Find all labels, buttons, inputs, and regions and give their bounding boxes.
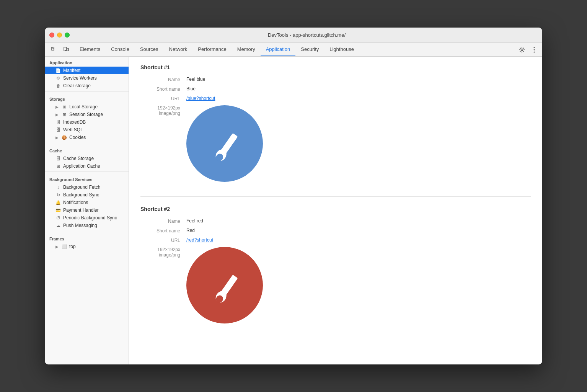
shortcut-1-image-preview [186, 105, 263, 183]
shortcut-2-shortname-row: Short name Red [140, 228, 531, 234]
svg-rect-2 [65, 50, 66, 51]
sidebar-item-application-cache-label: Application Cache [63, 163, 100, 169]
shortcut-2-name-row: Name Feel red [140, 218, 531, 224]
tab-security[interactable]: Security [295, 43, 324, 56]
service-workers-icon: ⚙ [55, 76, 61, 81]
shortcut-1-shortname-row: Short name Blue [140, 86, 531, 92]
shortcut-1-image-size: 192×192px [140, 105, 180, 111]
sidebar-item-push-messaging[interactable]: ☁ Push Messaging [45, 222, 129, 229]
indexeddb-icon: 🗄 [55, 120, 61, 124]
shortcut-2-image-preview [186, 247, 263, 325]
more-options-icon[interactable] [529, 45, 539, 55]
tab-performance[interactable]: Performance [192, 43, 232, 56]
svg-point-7 [534, 51, 535, 52]
shortcut-1-section: Shortcut #1 Name Feel blue Short name Bl… [140, 64, 531, 197]
window-title: DevTools - app-shortcuts.glitch.me/ [76, 32, 538, 38]
settings-icon[interactable] [517, 45, 527, 55]
sidebar-item-application-cache[interactable]: ⊞ Application Cache [45, 162, 129, 170]
sidebar-item-manifest-label: Manifest [63, 68, 80, 73]
expand-cookies-icon: ▶ [55, 136, 59, 140]
shortcut-1-title: Shortcut #1 [140, 64, 531, 70]
tab-list: Elements Console Sources Network Perform… [74, 43, 359, 56]
sidebar-item-service-workers[interactable]: ⚙ Service Workers [45, 74, 129, 82]
sidebar-item-manifest[interactable]: 📄 Manifest [45, 67, 129, 74]
sidebar-item-periodic-background-sync-label: Periodic Background Sync [63, 215, 117, 220]
sidebar-item-periodic-background-sync[interactable]: ⏱ Periodic Background Sync [45, 214, 129, 222]
close-button[interactable] [49, 33, 54, 38]
shortcut-1-shortname-value: Blue [186, 86, 196, 91]
shortcut-2-url-row: URL /red?shortcut [140, 237, 531, 243]
periodic-background-sync-icon: ⏱ [55, 216, 61, 220]
shortcut-2-name-label: Name [140, 218, 186, 224]
tab-console[interactable]: Console [106, 43, 135, 56]
sidebar-item-cache-storage[interactable]: 🗄 Cache Storage [45, 155, 129, 162]
shortcut-2-url-label: URL [140, 237, 186, 243]
shortcut-2-name-value: Feel red [186, 218, 203, 224]
divider-2 [45, 143, 129, 143]
session-storage-icon: ⊞ [62, 112, 67, 117]
manifest-icon: 📄 [55, 68, 61, 73]
sidebar-item-session-storage-label: Session Storage [69, 112, 103, 117]
shortcut-1-name-value: Feel blue [186, 77, 205, 82]
tab-network[interactable]: Network [164, 43, 193, 56]
sidebar-item-cookies[interactable]: ▶ 🍪 Cookies [45, 134, 129, 141]
shortcut-1-url-label: URL [140, 96, 186, 101]
background-sync-icon: ↻ [55, 193, 61, 198]
sidebar-item-cache-storage-label: Cache Storage [63, 156, 94, 161]
shortcut-1-shortname-label: Short name [140, 86, 186, 92]
expand-session-storage-icon: ▶ [55, 113, 59, 117]
devtools-body: Application 📄 Manifest ⚙ Service Workers… [45, 57, 542, 364]
sidebar-item-notifications-label: Notifications [63, 200, 88, 205]
minimize-button[interactable] [57, 33, 62, 38]
devtools-toolbar: Elements Console Sources Network Perform… [45, 43, 542, 57]
clear-storage-icon: 🗑 [55, 83, 61, 88]
section-title-application: Application [45, 57, 129, 67]
sidebar-item-notifications[interactable]: 🔔 Notifications [45, 199, 129, 206]
sidebar-item-local-storage[interactable]: ▶ ⊞ Local Storage [45, 103, 129, 111]
sidebar-item-indexeddb[interactable]: 🗄 IndexedDB [45, 118, 129, 126]
shortcut-1-name-row: Name Feel blue [140, 77, 531, 82]
title-bar: DevTools - app-shortcuts.glitch.me/ [45, 28, 542, 43]
svg-point-6 [534, 49, 535, 50]
tab-sources[interactable]: Sources [135, 43, 164, 56]
svg-point-5 [534, 47, 535, 48]
section-title-background-services: Background Services [45, 173, 129, 183]
shortcut-1-name-label: Name [140, 77, 186, 82]
svg-point-8 [186, 105, 263, 182]
sidebar-item-top[interactable]: ▶ ⬜ top [45, 243, 129, 250]
sidebar-item-payment-handler[interactable]: 💳 Payment Handler [45, 206, 129, 214]
tab-elements[interactable]: Elements [74, 43, 106, 56]
sidebar-item-cookies-label: Cookies [69, 135, 86, 140]
svg-rect-3 [67, 48, 68, 51]
sidebar-item-payment-handler-label: Payment Handler [63, 207, 99, 213]
device-toggle-icon[interactable] [61, 45, 71, 55]
sidebar-item-web-sql-label: Web SQL [63, 127, 83, 132]
section-title-cache: Cache [45, 145, 129, 155]
shortcut-2-section: Shortcut #2 Name Feel red Short name Red… [140, 206, 531, 338]
shortcut-1-url-row: URL /blue?shortcut [140, 96, 531, 101]
inspect-icon[interactable] [49, 45, 59, 55]
sidebar-item-session-storage[interactable]: ▶ ⊞ Session Storage [45, 111, 129, 118]
sidebar-item-background-fetch[interactable]: ↕ Background Fetch [45, 183, 129, 191]
cookies-icon: 🍪 [62, 135, 67, 140]
section-title-frames: Frames [45, 233, 129, 243]
shortcut-1-url-value[interactable]: /blue?shortcut [186, 96, 215, 101]
expand-top-icon: ▶ [55, 245, 59, 249]
notifications-icon: 🔔 [55, 200, 61, 205]
divider-1 [45, 91, 129, 91]
maximize-button[interactable] [65, 33, 70, 38]
svg-point-4 [521, 49, 523, 51]
shortcut-2-shortname-value: Red [186, 228, 195, 233]
tab-memory[interactable]: Memory [232, 43, 261, 56]
tab-application[interactable]: Application [261, 43, 296, 56]
traffic-lights [49, 33, 70, 38]
sidebar-item-push-messaging-label: Push Messaging [63, 223, 97, 228]
divider-4 [45, 231, 129, 231]
shortcut-1-image-type: image/png [140, 111, 180, 116]
shortcut-2-url-value[interactable]: /red?shortcut [186, 237, 213, 243]
sidebar-item-clear-storage[interactable]: 🗑 Clear storage [45, 82, 129, 90]
sidebar-item-web-sql[interactable]: 🗄 Web SQL [45, 126, 129, 134]
tab-lighthouse[interactable]: Lighthouse [324, 43, 359, 56]
sidebar-item-background-sync-label: Background Sync [63, 192, 99, 198]
sidebar-item-background-sync[interactable]: ↻ Background Sync [45, 191, 129, 199]
